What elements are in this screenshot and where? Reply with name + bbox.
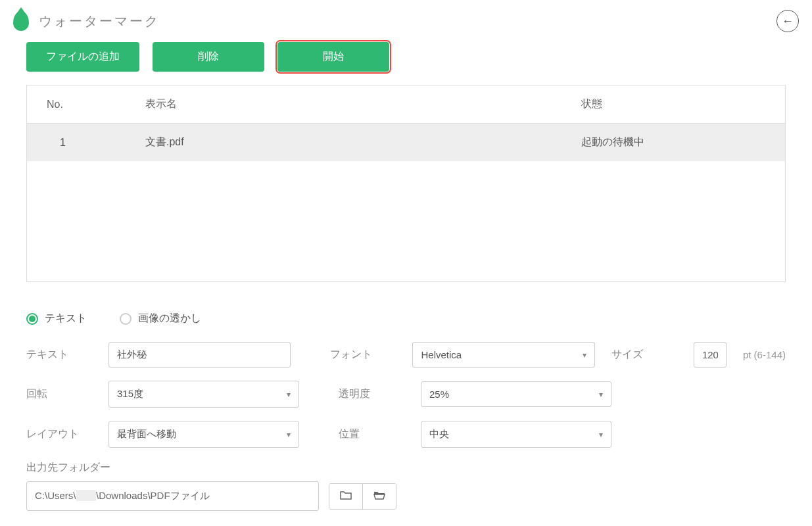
radio-text-label: テキスト [45, 312, 87, 325]
size-input[interactable] [694, 342, 727, 368]
font-value: Helvetica [421, 349, 462, 360]
output-path-redacted: xxx [76, 490, 97, 501]
layout-select[interactable]: 最背面へ移動 ▾ [108, 421, 299, 448]
chevron-down-icon: ▾ [583, 350, 586, 360]
font-select[interactable]: Helvetica ▾ [412, 342, 594, 368]
settings-panel: テキスト 画像の透かし テキスト フォント Helvetica ▾ サイズ pt… [26, 312, 786, 511]
output-label: 出力先フォルダー [26, 461, 786, 475]
size-label: サイズ [611, 348, 677, 362]
position-value: 中央 [429, 428, 449, 441]
chevron-down-icon: ▾ [599, 390, 603, 399]
chevron-down-icon: ▾ [287, 390, 291, 399]
opacity-select[interactable]: 25% ▾ [421, 381, 611, 407]
folder-outline-icon [340, 490, 352, 502]
arrow-left-icon: ← [782, 14, 794, 28]
table-cell-name: 文書.pdf [145, 135, 581, 149]
folder-button-group [329, 483, 396, 510]
output-section: 出力先フォルダー C:\Users\xxx\Downloads\PDFファイル [26, 461, 786, 511]
radio-image[interactable]: 画像の透かし [120, 312, 201, 325]
output-path-input[interactable]: C:\Users\xxx\Downloads\PDFファイル [26, 481, 319, 511]
table-cell-status: 起動の待機中 [581, 135, 765, 149]
opacity-label: 透明度 [339, 387, 404, 401]
header-left: ウォーターマーク [13, 11, 160, 31]
rotation-select[interactable]: 315度 ▾ [108, 381, 299, 408]
rotation-value: 315度 [117, 388, 143, 400]
file-table: No. 表示名 状態 1 文書.pdf 起動の待機中 [26, 85, 786, 282]
back-button[interactable]: ← [776, 10, 799, 32]
folder-open-icon [373, 490, 385, 502]
position-label: 位置 [339, 427, 404, 441]
radio-image-indicator [120, 313, 131, 325]
add-file-button[interactable]: ファイルの追加 [26, 42, 139, 72]
form-row-3: レイアウト 最背面へ移動 ▾ 位置 中央 ▾ [26, 421, 786, 448]
radio-image-label: 画像の透かし [138, 312, 201, 325]
radio-text[interactable]: テキスト [26, 312, 87, 325]
header: ウォーターマーク ← [13, 7, 799, 42]
watermark-drop-icon [13, 11, 29, 31]
text-label: テキスト [26, 348, 92, 362]
table-row[interactable]: 1 文書.pdf 起動の待機中 [27, 124, 785, 161]
table-header-status: 状態 [581, 97, 765, 111]
rotation-label: 回転 [26, 387, 92, 401]
text-input[interactable] [108, 342, 291, 368]
chevron-down-icon: ▾ [599, 430, 603, 439]
table-header-name: 表示名 [145, 97, 581, 111]
open-folder-button[interactable] [363, 484, 396, 509]
layout-label: レイアウト [26, 427, 92, 441]
toolbar: ファイルの追加 削除 開始 [26, 42, 799, 72]
page-title: ウォーターマーク [39, 12, 160, 30]
font-label: フォント [330, 348, 396, 362]
browse-folder-button[interactable] [329, 484, 363, 509]
size-hint: pt (6-144) [743, 349, 786, 360]
output-path-suffix: \Downloads\PDFファイル [96, 490, 210, 501]
table-header-row: No. 表示名 状態 [27, 85, 785, 124]
output-path-prefix: C:\Users\ [35, 490, 76, 501]
opacity-value: 25% [429, 389, 449, 400]
position-select[interactable]: 中央 ▾ [421, 421, 611, 448]
chevron-down-icon: ▾ [287, 430, 291, 439]
form-row-1: テキスト フォント Helvetica ▾ サイズ pt (6-144) [26, 342, 786, 368]
watermark-type-radios: テキスト 画像の透かし [26, 312, 786, 325]
table-header-no: No. [47, 99, 145, 110]
start-button[interactable]: 開始 [277, 42, 389, 72]
radio-text-indicator [26, 313, 38, 325]
delete-button[interactable]: 削除 [153, 42, 264, 72]
form-row-2: 回転 315度 ▾ 透明度 25% ▾ [26, 381, 786, 408]
output-row: C:\Users\xxx\Downloads\PDFファイル [26, 481, 786, 511]
layout-value: 最背面へ移動 [117, 428, 176, 441]
table-cell-no: 1 [47, 137, 145, 149]
